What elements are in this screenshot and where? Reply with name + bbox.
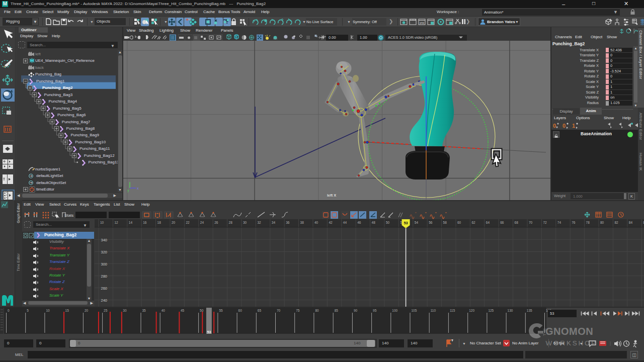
svg-text:0.00: 0.00	[329, 35, 336, 40]
svg-text:34: 34	[272, 221, 276, 224]
svg-text:46: 46	[357, 221, 361, 224]
svg-text:ACES 1.0 SDR-video (sRGB): ACES 1.0 SDR-video (sRGB)	[388, 35, 438, 40]
svg-text:53: 53	[207, 330, 211, 334]
svg-text:120: 120	[469, 309, 474, 312]
svg-text:40: 40	[314, 221, 318, 224]
svg-text:53: 53	[404, 221, 408, 225]
svg-text:115: 115	[450, 309, 455, 312]
svg-text:300: 300	[101, 262, 107, 266]
svg-text:130: 130	[508, 309, 513, 312]
svg-text:70: 70	[277, 309, 281, 312]
svg-text:15: 15	[65, 309, 69, 312]
svg-text:76: 76	[572, 221, 576, 224]
svg-text:55: 55	[219, 309, 223, 312]
svg-text:105: 105	[412, 309, 417, 312]
svg-text:44: 44	[343, 221, 347, 224]
svg-text:65: 65	[258, 309, 262, 312]
svg-text:54: 54	[415, 221, 419, 224]
svg-text:72: 72	[543, 221, 547, 224]
svg-text:20: 20	[85, 309, 89, 312]
svg-text:25: 25	[104, 309, 108, 312]
svg-text:85: 85	[335, 309, 339, 312]
svg-text:IPR: IPR	[420, 22, 424, 25]
svg-text:50: 50	[200, 309, 204, 312]
svg-text:14: 14	[129, 221, 133, 224]
svg-text:24: 24	[200, 221, 204, 224]
svg-text:62: 62	[471, 221, 475, 224]
svg-text:20: 20	[172, 221, 176, 224]
svg-text:10: 10	[46, 309, 50, 312]
svg-text:135: 135	[527, 309, 532, 312]
svg-text:x: x	[137, 187, 139, 190]
svg-text:82: 82	[614, 221, 618, 224]
svg-text:1: 1	[572, 123, 575, 129]
svg-text:12: 12	[114, 221, 118, 224]
svg-text:42: 42	[329, 221, 333, 224]
svg-text:90: 90	[354, 309, 358, 312]
svg-text:38: 38	[300, 221, 304, 224]
svg-text:56: 56	[429, 221, 433, 224]
svg-text:84: 84	[629, 221, 633, 224]
svg-text:80: 80	[600, 221, 604, 224]
svg-text:78: 78	[586, 221, 590, 224]
svg-text:60: 60	[238, 309, 243, 312]
svg-text:GNOMON: GNOMON	[545, 326, 593, 337]
svg-text:40: 40	[162, 309, 166, 312]
svg-text:48: 48	[372, 221, 376, 224]
svg-text:125: 125	[488, 309, 494, 312]
svg-text:left X: left X	[327, 193, 336, 198]
svg-text:10: 10	[100, 221, 104, 224]
svg-text:45: 45	[181, 309, 185, 312]
svg-text:Stats: Stats	[64, 213, 73, 218]
svg-text:100: 100	[392, 309, 397, 312]
svg-text:68: 68	[515, 221, 519, 224]
svg-text:320: 320	[101, 250, 107, 254]
svg-text:0: 0	[553, 123, 556, 129]
svg-text:32: 32	[257, 221, 261, 224]
svg-text:16: 16	[143, 221, 147, 224]
svg-text:70: 70	[529, 221, 533, 224]
svg-text:18: 18	[157, 221, 162, 224]
svg-text:64: 64	[486, 221, 490, 224]
svg-text:35: 35	[142, 309, 146, 312]
svg-text:75: 75	[296, 309, 300, 312]
svg-text:0: 0	[562, 123, 566, 129]
svg-text:53: 53	[550, 311, 554, 316]
svg-text:260: 260	[101, 286, 107, 291]
svg-text:95: 95	[373, 309, 377, 312]
svg-text:280: 280	[101, 274, 107, 279]
svg-text:5: 5	[27, 309, 29, 312]
svg-text:1.00: 1.00	[360, 35, 367, 40]
svg-text:66: 66	[500, 221, 504, 224]
svg-text:110: 110	[431, 309, 436, 312]
svg-text:60: 60	[457, 221, 461, 224]
svg-text:80: 80	[315, 309, 319, 312]
svg-text:0: 0	[8, 309, 10, 312]
svg-text:30: 30	[243, 221, 247, 224]
svg-text:22: 22	[186, 221, 190, 224]
svg-text:340: 340	[101, 238, 107, 242]
svg-text:240: 240	[101, 298, 107, 303]
svg-text:y: y	[127, 189, 129, 193]
svg-text:58: 58	[443, 221, 447, 224]
svg-text:26: 26	[214, 221, 218, 224]
svg-text:36: 36	[286, 221, 290, 224]
svg-text:74: 74	[557, 221, 561, 224]
svg-text:30: 30	[123, 309, 127, 312]
svg-text:28: 28	[229, 221, 233, 224]
svg-text:50: 50	[386, 221, 390, 224]
